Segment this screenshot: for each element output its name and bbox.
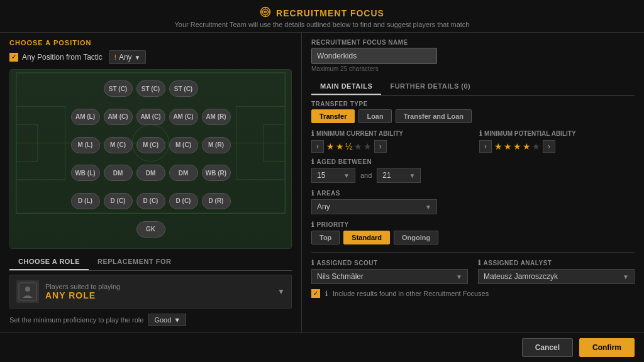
scout-group: ℹ ASSIGNED SCOUT Nils Schmäler ▼ (311, 259, 468, 284)
current-ability-next-btn[interactable]: › (374, 140, 387, 153)
include-results-checkbox[interactable]: ✓ (311, 289, 320, 298)
pos-btn-m-l[interactable]: M (L) (71, 137, 100, 153)
transfer-type-row: Transfer Loan Transfer and Loan (311, 109, 635, 123)
pos-btn-am-c-1[interactable]: AM (C) (104, 109, 133, 125)
age-from-select[interactable]: 15 ▼ (311, 168, 355, 183)
pos-btn-d-c-3[interactable]: D (C) (169, 193, 198, 209)
pos-btn-m-c-3[interactable]: M (C) (169, 137, 198, 153)
proficiency-row: Set the minimum proficiency to play the … (9, 314, 292, 326)
confirm-button[interactable]: Confirm (579, 338, 635, 357)
any-position-checkbox[interactable]: ✓ Any Position from Tactic (9, 53, 103, 62)
pos-btn-dm-3[interactable]: DM (169, 165, 198, 181)
aged-between-row: 15 ▼ and 21 ▼ (311, 168, 635, 183)
pos-btn-wb-l[interactable]: WB (L) (71, 165, 100, 181)
tab-choose-role[interactable]: CHOOSE A ROLE (9, 254, 89, 270)
include-results-row: ✓ ℹ Include results found in other Recru… (311, 289, 635, 298)
checkbox-check-icon: ✓ (11, 54, 16, 60)
modal-subtitle: Your Recruitment Team will use the detai… (0, 21, 644, 28)
role-icon-box (16, 280, 39, 303)
pos-btn-wb-r[interactable]: WB (R) (202, 165, 231, 181)
aged-between-label: AGED BETWEEN (317, 158, 372, 165)
tab-further-details[interactable]: FURTHER DETAILS (0) (381, 79, 479, 95)
cancel-button[interactable]: Cancel (522, 338, 573, 357)
scout-arrow-icon: ▼ (456, 273, 462, 280)
scout-info-icon[interactable]: ℹ (311, 259, 314, 267)
pos-btn-m-c-2[interactable]: M (C) (136, 137, 165, 153)
current-ability-info-icon[interactable]: ℹ (311, 129, 314, 138)
tab-main-details[interactable]: MAIN DETAILS (311, 79, 381, 95)
role-icon (18, 282, 38, 302)
areas-arrow-icon: ▼ (425, 204, 431, 211)
min-potential-ability-group: ℹ MINIMUM POTENTIAL ABILITY ‹ ★ ★ ★ ★ ★ … (479, 129, 635, 153)
current-ability-stars: ★ ★ ½ ★ ★ (326, 141, 372, 151)
priority-btn-ongoing[interactable]: Ongoing (394, 231, 438, 244)
pos-btn-d-c-1[interactable]: D (C) (104, 193, 133, 209)
age-from-value: 15 (317, 171, 325, 180)
analyst-label: ASSIGNED ANALYST (484, 260, 552, 266)
potential-ability-control: ‹ ★ ★ ★ ★ ★ › (479, 140, 635, 153)
analyst-arrow-icon: ▼ (623, 273, 629, 280)
current-ability-control: ‹ ★ ★ ½ ★ ★ › (311, 140, 467, 153)
priority-btn-top[interactable]: Top (311, 231, 340, 244)
checkbox-box[interactable]: ✓ (9, 53, 18, 62)
pos-btn-m-c-1[interactable]: M (C) (104, 137, 133, 153)
tab-replacement-for[interactable]: REPLACEMENT FOR (89, 254, 180, 270)
priority-info-icon[interactable]: ℹ (311, 221, 314, 229)
areas-info-icon[interactable]: ℹ (311, 189, 314, 197)
pitch-container: ST (C) ST (C) ST (C) AM (L) AM (C) AM (C… (9, 69, 292, 249)
pot-star-3: ★ (513, 141, 521, 151)
age-to-select[interactable]: 21 ▼ (377, 168, 421, 183)
pos-btn-st-c-3[interactable]: ST (C) (169, 80, 198, 97)
pos-btn-st-c-2[interactable]: ST (C) (136, 80, 165, 97)
include-results-info-icon[interactable]: ℹ (325, 290, 328, 298)
aged-between-info-icon[interactable]: ℹ (311, 158, 314, 166)
pos-btn-dm-1[interactable]: DM (104, 165, 133, 181)
priority-label: PRIORITY (317, 221, 349, 228)
target-icon (260, 6, 271, 19)
pos-btn-d-l[interactable]: D (L) (71, 193, 100, 209)
exclaim-icon: ! (114, 53, 116, 61)
aged-between-group: ℹ AGED BETWEEN 15 ▼ and 21 ▼ (311, 158, 635, 183)
pos-row-wb: WB (L) DM DM DM WB (R) (29, 165, 272, 181)
areas-value: Any (317, 202, 330, 211)
focus-name-hint: Maximum 25 characters (311, 65, 635, 72)
potential-ability-prev-btn[interactable]: ‹ (479, 140, 492, 153)
transfer-btn-loan[interactable]: Loan (358, 109, 391, 123)
potential-ability-next-btn[interactable]: › (543, 140, 555, 153)
analyst-info-icon[interactable]: ℹ (478, 259, 481, 267)
analyst-select[interactable]: Mateusz Jamroszczyk ▼ (478, 269, 635, 284)
pos-btn-st-c-1[interactable]: ST (C) (104, 80, 133, 97)
pos-btn-am-c-3[interactable]: AM (C) (169, 109, 198, 125)
potential-ability-info-icon[interactable]: ℹ (479, 129, 482, 138)
any-dropdown[interactable]: ! Any ▼ (109, 50, 147, 64)
transfer-btn-transfer[interactable]: Transfer (311, 109, 355, 123)
right-panel: RECRUITMENT FOCUS NAME Maximum 25 charac… (302, 33, 644, 332)
pos-btn-am-r[interactable]: AM (R) (202, 109, 231, 125)
areas-select[interactable]: Any ▼ (311, 199, 437, 214)
star-1: ★ (326, 141, 335, 151)
analyst-group: ℹ ASSIGNED ANALYST Mateusz Jamroszczyk ▼ (478, 259, 635, 284)
pot-star-1: ★ (494, 141, 502, 151)
areas-group: ℹ AREAS Any ▼ (311, 189, 635, 214)
transfer-btn-transfer-and-loan[interactable]: Transfer and Loan (396, 109, 472, 123)
focus-name-field-label: RECRUITMENT FOCUS NAME (311, 39, 635, 46)
pos-btn-dm-2[interactable]: DM (136, 165, 165, 181)
current-ability-prev-btn[interactable]: ‹ (311, 140, 324, 153)
pos-btn-m-r[interactable]: M (R) (202, 137, 231, 153)
proficiency-label: Set the minimum proficiency to play the … (9, 316, 143, 324)
pos-btn-am-c-2[interactable]: AM (C) (136, 109, 165, 125)
role-dropdown-arrow-icon[interactable]: ▼ (277, 287, 285, 296)
priority-btn-standard[interactable]: Standard (343, 231, 390, 244)
pos-btn-gk[interactable]: GK (136, 221, 165, 238)
any-dropdown-label: Any (119, 53, 132, 62)
player-positions: ST (C) ST (C) ST (C) AM (L) AM (C) AM (C… (10, 70, 291, 248)
scout-select[interactable]: Nils Schmäler ▼ (311, 269, 468, 284)
role-text-top: Players suited to playing (45, 283, 271, 290)
pos-btn-am-l[interactable]: AM (L) (71, 109, 100, 125)
current-ability-label: MINIMUM CURRENT ABILITY (316, 130, 403, 137)
star-2: ★ (336, 141, 344, 151)
focus-name-input[interactable] (311, 48, 437, 64)
pos-btn-d-r[interactable]: D (R) (202, 193, 231, 209)
pos-btn-d-c-2[interactable]: D (C) (136, 193, 165, 209)
proficiency-dropdown[interactable]: Good ▼ (148, 314, 186, 326)
